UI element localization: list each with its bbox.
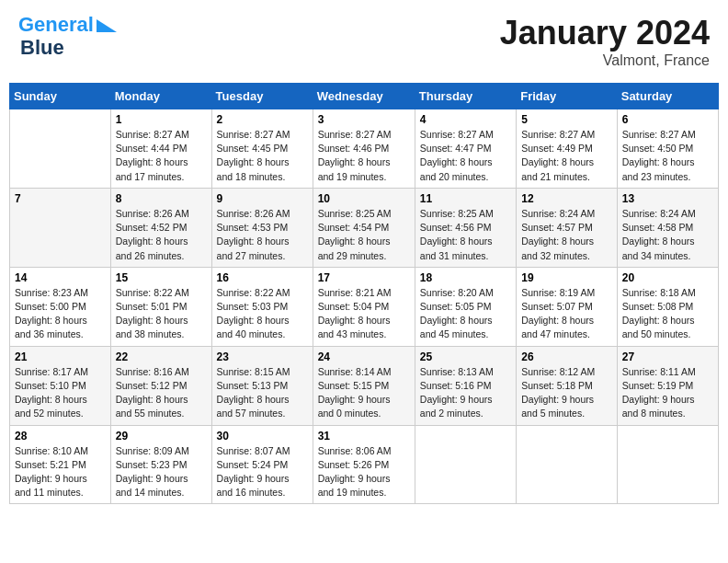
- calendar-cell: 19Sunrise: 8:19 AM Sunset: 5:07 PM Dayli…: [517, 267, 618, 346]
- day-info: Sunrise: 8:21 AM Sunset: 5:04 PM Dayligh…: [318, 286, 410, 342]
- weekday-header: Wednesday: [313, 84, 415, 109]
- day-info: Sunrise: 8:26 AM Sunset: 4:53 PM Dayligh…: [217, 207, 308, 263]
- location: Valmont, France: [500, 52, 710, 69]
- day-info: Sunrise: 8:16 AM Sunset: 5:12 PM Dayligh…: [116, 365, 207, 421]
- day-number: 19: [521, 271, 612, 284]
- day-number: 29: [116, 430, 207, 442]
- calendar-cell: 14Sunrise: 8:23 AM Sunset: 5:00 PM Dayli…: [10, 267, 111, 346]
- calendar-cell: 18Sunrise: 8:20 AM Sunset: 5:05 PM Dayli…: [415, 267, 516, 346]
- day-info: Sunrise: 8:27 AM Sunset: 4:44 PM Dayligh…: [116, 128, 207, 184]
- calendar-cell: 6Sunrise: 8:27 AM Sunset: 4:50 PM Daylig…: [617, 109, 718, 189]
- day-info: Sunrise: 8:23 AM Sunset: 5:00 PM Dayligh…: [15, 286, 106, 342]
- day-info: Sunrise: 8:20 AM Sunset: 5:05 PM Dayligh…: [420, 286, 511, 342]
- calendar-week-row: 14Sunrise: 8:23 AM Sunset: 5:00 PM Dayli…: [10, 267, 719, 346]
- day-info: Sunrise: 8:27 AM Sunset: 4:45 PM Dayligh…: [217, 128, 308, 184]
- weekday-header: Friday: [517, 84, 618, 109]
- month-title: January 2024: [500, 14, 710, 52]
- day-number: 27: [622, 350, 713, 363]
- calendar-cell: 27Sunrise: 8:11 AM Sunset: 5:19 PM Dayli…: [617, 346, 718, 425]
- calendar-cell: 16Sunrise: 8:22 AM Sunset: 5:03 PM Dayli…: [211, 267, 313, 346]
- calendar-cell: 13Sunrise: 8:24 AM Sunset: 4:58 PM Dayli…: [617, 188, 718, 267]
- calendar-cell: 31Sunrise: 8:06 AM Sunset: 5:26 PM Dayli…: [313, 425, 415, 504]
- day-info: Sunrise: 8:13 AM Sunset: 5:16 PM Dayligh…: [420, 365, 511, 421]
- day-number: 18: [420, 271, 511, 284]
- calendar-cell: [415, 425, 516, 504]
- day-info: Sunrise: 8:27 AM Sunset: 4:50 PM Dayligh…: [622, 128, 713, 184]
- day-number: 17: [318, 271, 410, 284]
- calendar-cell: 15Sunrise: 8:22 AM Sunset: 5:01 PM Dayli…: [110, 267, 211, 346]
- day-info: Sunrise: 8:18 AM Sunset: 5:08 PM Dayligh…: [622, 286, 713, 342]
- day-number: 1: [116, 113, 207, 126]
- day-info: Sunrise: 8:11 AM Sunset: 5:19 PM Dayligh…: [622, 365, 713, 421]
- day-info: Sunrise: 8:14 AM Sunset: 5:15 PM Dayligh…: [318, 365, 410, 421]
- day-info: Sunrise: 8:22 AM Sunset: 5:03 PM Dayligh…: [217, 286, 308, 342]
- day-number: 24: [318, 350, 410, 363]
- day-number: 4: [420, 113, 511, 126]
- day-number: 22: [116, 350, 207, 363]
- day-number: 28: [15, 430, 106, 442]
- logo: General Blue: [18, 14, 117, 60]
- calendar-cell: 4Sunrise: 8:27 AM Sunset: 4:47 PM Daylig…: [415, 109, 516, 189]
- calendar-week-row: 1Sunrise: 8:27 AM Sunset: 4:44 PM Daylig…: [10, 109, 719, 189]
- day-number: 20: [622, 271, 713, 284]
- day-info: Sunrise: 8:07 AM Sunset: 5:24 PM Dayligh…: [217, 444, 308, 500]
- day-number: 13: [622, 192, 713, 205]
- day-number: 3: [318, 113, 410, 126]
- calendar-cell: 30Sunrise: 8:07 AM Sunset: 5:24 PM Dayli…: [211, 425, 313, 504]
- day-info: Sunrise: 8:25 AM Sunset: 4:56 PM Dayligh…: [420, 207, 511, 263]
- day-info: Sunrise: 8:09 AM Sunset: 5:23 PM Dayligh…: [116, 444, 207, 500]
- calendar-cell: 22Sunrise: 8:16 AM Sunset: 5:12 PM Dayli…: [110, 346, 211, 425]
- calendar-cell: 9Sunrise: 8:26 AM Sunset: 4:53 PM Daylig…: [211, 188, 313, 267]
- calendar-cell: [617, 425, 718, 504]
- calendar-cell: 20Sunrise: 8:18 AM Sunset: 5:08 PM Dayli…: [617, 267, 718, 346]
- logo-blue: Blue: [20, 36, 117, 60]
- header: General Blue January 2024 Valmont, Franc…: [9, 9, 719, 74]
- day-info: Sunrise: 8:22 AM Sunset: 5:01 PM Dayligh…: [116, 286, 207, 342]
- calendar-week-row: 78Sunrise: 8:26 AM Sunset: 4:52 PM Dayli…: [10, 188, 719, 267]
- calendar-cell: [517, 425, 618, 504]
- day-number: 10: [318, 192, 410, 205]
- calendar-cell: 11Sunrise: 8:25 AM Sunset: 4:56 PM Dayli…: [415, 188, 516, 267]
- calendar-week-row: 28Sunrise: 8:10 AM Sunset: 5:21 PM Dayli…: [10, 425, 719, 504]
- day-info: Sunrise: 8:26 AM Sunset: 4:52 PM Dayligh…: [116, 207, 207, 263]
- day-info: Sunrise: 8:19 AM Sunset: 5:07 PM Dayligh…: [521, 286, 612, 342]
- day-number: 8: [116, 192, 207, 205]
- day-info: Sunrise: 8:12 AM Sunset: 5:18 PM Dayligh…: [521, 365, 612, 421]
- day-number: 15: [116, 271, 207, 284]
- day-number: 16: [217, 271, 308, 284]
- day-number: 7: [15, 192, 106, 205]
- calendar-cell: 28Sunrise: 8:10 AM Sunset: 5:21 PM Dayli…: [10, 425, 111, 504]
- day-number: 11: [420, 192, 511, 205]
- logo-text: General: [18, 14, 94, 36]
- calendar-cell: 8Sunrise: 8:26 AM Sunset: 4:52 PM Daylig…: [110, 188, 211, 267]
- calendar-cell: 24Sunrise: 8:14 AM Sunset: 5:15 PM Dayli…: [313, 346, 415, 425]
- day-info: Sunrise: 8:06 AM Sunset: 5:26 PM Dayligh…: [318, 444, 410, 500]
- day-number: 6: [622, 113, 713, 126]
- day-info: Sunrise: 8:27 AM Sunset: 4:49 PM Dayligh…: [521, 128, 612, 184]
- weekday-header: Thursday: [415, 84, 516, 109]
- weekday-header: Sunday: [10, 84, 111, 109]
- day-number: 26: [521, 350, 612, 363]
- day-number: 2: [217, 113, 308, 126]
- day-info: Sunrise: 8:10 AM Sunset: 5:21 PM Dayligh…: [15, 444, 106, 500]
- calendar-cell: 25Sunrise: 8:13 AM Sunset: 5:16 PM Dayli…: [415, 346, 516, 425]
- calendar-cell: 23Sunrise: 8:15 AM Sunset: 5:13 PM Dayli…: [211, 346, 313, 425]
- calendar-week-row: 21Sunrise: 8:17 AM Sunset: 5:10 PM Dayli…: [10, 346, 719, 425]
- day-number: 21: [15, 350, 106, 363]
- calendar-cell: 1Sunrise: 8:27 AM Sunset: 4:44 PM Daylig…: [110, 109, 211, 189]
- calendar-cell: 3Sunrise: 8:27 AM Sunset: 4:46 PM Daylig…: [313, 109, 415, 189]
- day-number: 30: [217, 430, 308, 442]
- day-info: Sunrise: 8:24 AM Sunset: 4:58 PM Dayligh…: [622, 207, 713, 263]
- title-area: January 2024 Valmont, France: [500, 14, 710, 69]
- calendar-cell: 10Sunrise: 8:25 AM Sunset: 4:54 PM Dayli…: [313, 188, 415, 267]
- day-info: Sunrise: 8:27 AM Sunset: 4:47 PM Dayligh…: [420, 128, 511, 184]
- calendar-cell: 17Sunrise: 8:21 AM Sunset: 5:04 PM Dayli…: [313, 267, 415, 346]
- day-info: Sunrise: 8:25 AM Sunset: 4:54 PM Dayligh…: [318, 207, 410, 263]
- day-number: 25: [420, 350, 511, 363]
- logo-arrow-icon: [97, 19, 117, 32]
- calendar-cell: 7: [10, 188, 111, 267]
- day-number: 14: [15, 271, 106, 284]
- day-info: Sunrise: 8:27 AM Sunset: 4:46 PM Dayligh…: [318, 128, 410, 184]
- weekday-header: Saturday: [617, 84, 718, 109]
- calendar-cell: 29Sunrise: 8:09 AM Sunset: 5:23 PM Dayli…: [110, 425, 211, 504]
